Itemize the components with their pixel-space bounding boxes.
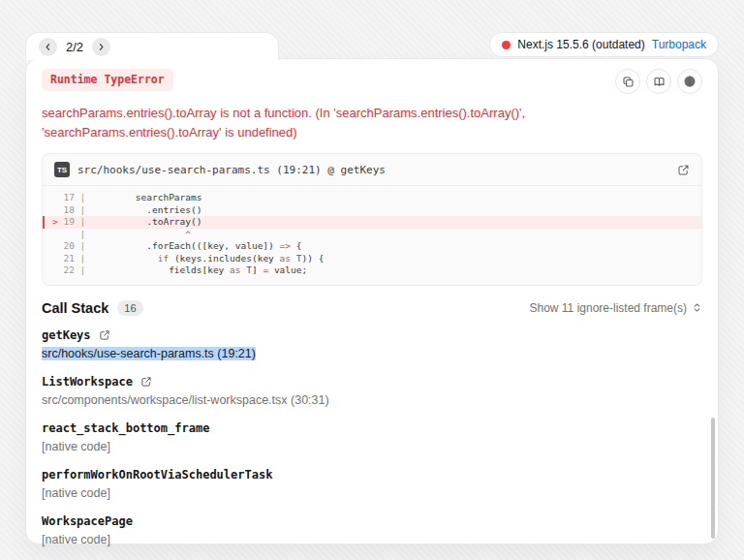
error-line-marker: > bbox=[52, 216, 63, 229]
ignore-listed-toggle[interactable]: Show 11 ignore-listed frame(s) bbox=[529, 301, 702, 315]
stack-frame: WorkspacePage[native code] bbox=[42, 508, 702, 554]
code-line: 18 | .entries() bbox=[43, 204, 701, 217]
external-link-icon bbox=[99, 329, 110, 341]
line-marker-spacer bbox=[52, 204, 63, 217]
code-token: fields[key bbox=[91, 264, 230, 277]
frame-function-name: WorkspacePage bbox=[42, 514, 133, 528]
frame-source-location: [native code] bbox=[42, 440, 702, 453]
error-type-badge: Runtime TypeError bbox=[42, 69, 173, 91]
code-token: searchParams bbox=[91, 192, 202, 204]
code-token: ] bbox=[252, 264, 263, 277]
code-frame: TS src/hooks/use-search-params.ts (19:21… bbox=[42, 153, 702, 286]
line-marker-spacer bbox=[52, 229, 63, 241]
code-line: 20 | .forEach(([key, value]) => { bbox=[43, 240, 701, 253]
docs-book-icon bbox=[653, 76, 666, 88]
error-toolbar bbox=[615, 69, 702, 94]
typescript-file-icon: TS bbox=[54, 162, 70, 177]
turbopack-link[interactable]: Turbopack bbox=[652, 38, 706, 51]
external-link-icon bbox=[677, 164, 690, 176]
line-number: 17 | bbox=[63, 192, 91, 204]
line-number: 22 | bbox=[63, 264, 91, 277]
next-error-button[interactable] bbox=[92, 38, 110, 56]
ignore-listed-toggle-label: Show 11 ignore-listed frame(s) bbox=[529, 301, 687, 315]
line-number: 21 | bbox=[63, 253, 91, 265]
copy-stack-button[interactable] bbox=[615, 69, 640, 94]
error-overlay-card: Runtime TypeError searchParams.entries()… bbox=[25, 58, 719, 544]
chevron-up-down-icon bbox=[692, 302, 702, 313]
open-in-editor-button[interactable] bbox=[677, 164, 690, 176]
code-token: (keys.includes(key bbox=[169, 253, 279, 265]
stack-frame: getKeyssrc/hooks/use-search-params.ts (1… bbox=[42, 322, 702, 368]
nodejs-inspector-button[interactable] bbox=[677, 69, 702, 94]
code-token: ^ bbox=[185, 229, 191, 241]
error-docs-button[interactable] bbox=[646, 69, 671, 94]
code-token: as bbox=[280, 253, 291, 265]
error-status-dot bbox=[502, 41, 511, 49]
line-marker-spacer bbox=[52, 240, 63, 253]
code-token: if bbox=[158, 253, 169, 265]
line-number: | bbox=[63, 229, 91, 241]
nextjs-version-label: Next.js 15.5.6 (outdated) bbox=[517, 38, 644, 51]
code-token: as bbox=[230, 264, 240, 277]
copy-icon bbox=[622, 76, 635, 88]
frame-function-name: performWorkOnRootViaSchedulerTask bbox=[42, 468, 272, 482]
code-token bbox=[91, 253, 158, 265]
chevron-left-icon bbox=[44, 43, 52, 51]
version-pill: Next.js 15.5.6 (outdated) Turbopack bbox=[489, 32, 719, 57]
code-line: 21 | if (keys.includes(key as T)) { bbox=[43, 253, 701, 265]
code-token: .forEach(([key, value]) bbox=[91, 240, 279, 253]
frame-function-name: ListWorkspace bbox=[42, 375, 133, 389]
code-lines: 17 | searchParams 18 | .entries()> 19 | … bbox=[43, 186, 701, 285]
line-marker-spacer bbox=[52, 192, 63, 204]
line-number: 20 | bbox=[63, 240, 91, 253]
code-token: .toArray() bbox=[91, 216, 202, 229]
code-frame-header: TS src/hooks/use-search-params.ts (19:21… bbox=[43, 154, 701, 186]
code-frame-path: src/hooks/use-search-params.ts (19:21) @… bbox=[78, 164, 386, 176]
code-token: => bbox=[280, 240, 291, 253]
code-line: 17 | searchParams bbox=[43, 192, 701, 204]
line-marker-spacer bbox=[52, 264, 63, 277]
dev-overlay-page: 2/2 Next.js 15.5.6 (outdated) Turbopack … bbox=[0, 0, 744, 560]
call-stack-title: Call Stack bbox=[42, 300, 108, 316]
code-token: .entries() bbox=[91, 204, 202, 217]
error-pager-label: 2/2 bbox=[66, 40, 83, 54]
code-token: )) { bbox=[301, 253, 324, 265]
frame-source-location: [native code] bbox=[42, 486, 702, 500]
code-line: | ^ bbox=[43, 229, 701, 241]
frame-source-location: [native code] bbox=[42, 533, 702, 546]
line-number: 19 | bbox=[63, 216, 91, 229]
stack-frame: react_stack_bottom_frame[native code] bbox=[42, 415, 702, 461]
code-token bbox=[91, 229, 185, 241]
error-pagination-tab: 2/2 bbox=[25, 32, 279, 60]
frame-open-source-button[interactable] bbox=[140, 376, 152, 388]
scrollbar-thumb[interactable] bbox=[711, 418, 715, 539]
nodejs-icon bbox=[683, 75, 697, 88]
callstack-frames: getKeyssrc/hooks/use-search-params.ts (1… bbox=[42, 322, 702, 554]
code-line: > 19 | .toArray() bbox=[43, 216, 701, 229]
selected-text: src/hooks/use-search-params.ts (19:21) bbox=[42, 347, 256, 360]
call-stack-count-badge: 16 bbox=[117, 300, 142, 316]
stack-frame: ListWorkspacesrc/components/workspace/li… bbox=[42, 368, 702, 415]
chevron-right-icon bbox=[97, 43, 106, 51]
stack-frame: performWorkOnRootViaSchedulerTask[native… bbox=[42, 461, 702, 508]
line-marker-spacer bbox=[52, 253, 63, 265]
code-token: { bbox=[291, 240, 301, 253]
code-line: 22 | fields[key as T] = value; bbox=[43, 264, 701, 277]
external-link-icon bbox=[140, 376, 152, 388]
frame-open-source-button[interactable] bbox=[99, 329, 110, 341]
frame-function-name: getKeys bbox=[42, 328, 91, 342]
previous-error-button[interactable] bbox=[39, 38, 57, 56]
error-header-row: Runtime TypeError bbox=[42, 69, 702, 94]
frame-source-location: src/hooks/use-search-params.ts (19:21) bbox=[42, 347, 702, 360]
line-number: 18 | bbox=[63, 204, 91, 217]
frame-function-name: react_stack_bottom_frame bbox=[42, 421, 209, 435]
error-message: searchParams.entries().toArray is not a … bbox=[42, 104, 702, 142]
call-stack-header: Call Stack 16 Show 11 ignore-listed fram… bbox=[42, 300, 702, 316]
frame-source-location: src/components/workspace/list-workspace.… bbox=[42, 393, 702, 407]
code-token: value; bbox=[268, 264, 307, 277]
